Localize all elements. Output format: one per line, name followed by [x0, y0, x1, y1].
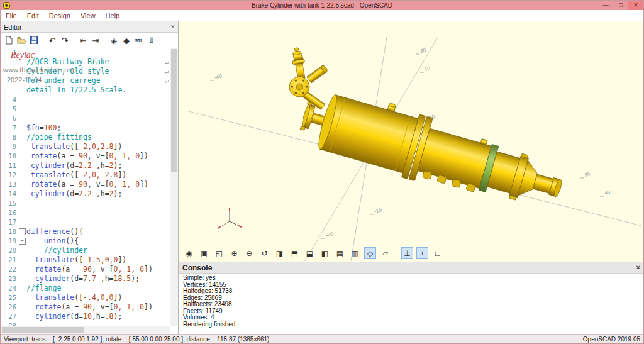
save-file-icon[interactable] — [28, 34, 40, 47]
fold-margin — [18, 67, 26, 76]
code-row[interactable]: 5 — [1, 104, 170, 114]
code-row[interactable]: detail In 1/22.5 Scale. — [1, 86, 170, 95]
code-text — [26, 218, 170, 227]
view-orthogonal-icon[interactable]: ▱ — [379, 247, 391, 259]
preview-icon[interactable]: ◈ — [108, 34, 120, 47]
show-axes-icon[interactable]: ⊥ — [401, 247, 413, 259]
editor-vertical-scrollbar[interactable] — [170, 48, 178, 326]
code-row[interactable]: 17 — [1, 218, 170, 227]
code-row[interactable]: 10 rotate(a = 90, v=[0, 1, 0]) — [1, 152, 170, 161]
minimize-button[interactable]: — — [598, 1, 613, 10]
scrollbar-thumb[interactable] — [2, 327, 84, 333]
maximize-button[interactable]: □ — [613, 1, 628, 10]
editor-panel: Editor × ↶↷⇤⇥◈◆STL⇓ 1//QCR Railway Brake… — [1, 21, 179, 334]
code-text — [26, 95, 170, 104]
render-icon[interactable]: ◆ — [120, 34, 133, 47]
code-row[interactable]: 6 — [1, 114, 170, 123]
model-pipe-fittings[interactable] — [289, 47, 328, 109]
new-file-icon[interactable] — [3, 34, 15, 47]
fold-margin — [18, 255, 26, 265]
console-line: Vertices: 14155 — [183, 282, 640, 289]
view-back-icon[interactable]: ▥ — [349, 247, 361, 259]
line-number: 1 — [1, 48, 18, 57]
code-row[interactable]: 22 rotate(a = 90, v=[0, 1, 0]) — [1, 265, 170, 274]
console-line: Rendering finished. — [183, 321, 640, 328]
scrollbar-thumb[interactable] — [171, 49, 177, 172]
console-line: Facets: 11749 — [183, 308, 640, 315]
code-row[interactable]: //QCR Railway Brake↵ — [1, 57, 170, 67]
code-row[interactable]: for under carrege↵ — [1, 76, 170, 86]
fold-margin — [18, 265, 26, 274]
code-row[interactable]: 21 translate([-1.5,0,0]) — [1, 255, 170, 265]
code-row[interactable]: 13 rotate(a = 90, v=[0, 1, 0]) — [1, 180, 170, 189]
code-area[interactable]: 1//QCR Railway Brake↵Cylinder, Old style… — [1, 48, 170, 326]
wrap-marker-icon: ↵ — [165, 57, 169, 67]
menu-item-edit[interactable]: Edit — [22, 12, 44, 19]
editor-close-icon[interactable]: × — [171, 22, 175, 31]
console-close-icon[interactable]: × — [636, 263, 640, 272]
title-bar[interactable]: Brake Cylinder with tank 1-22.5.scad - O… — [1, 1, 643, 10]
editor-horizontal-scrollbar[interactable] — [1, 326, 170, 334]
menu-item-view[interactable]: View — [75, 12, 101, 19]
zoom-in-icon[interactable]: ⊕ — [228, 247, 240, 259]
code-row[interactable]: Cylinder, Old style↵ — [1, 67, 170, 76]
show-scale-markers-icon[interactable]: ∟ — [431, 247, 443, 259]
code-row[interactable]: 12 translate([-2,0,-2.8]) — [1, 170, 170, 180]
code-row[interactable]: 11 cylinder(d=2.2 ,h=2); — [1, 161, 170, 170]
redo-icon[interactable]: ↷ — [58, 34, 71, 47]
svg-text:-40: -40 — [214, 73, 223, 80]
code-row[interactable]: 20 //cylinder — [1, 246, 170, 255]
view-right-icon[interactable]: ◨ — [274, 247, 286, 259]
reset-view-icon[interactable]: ↺ — [258, 247, 270, 259]
zoom-out-icon[interactable]: ⊖ — [243, 247, 255, 259]
view-preview-icon[interactable]: ◉ — [183, 247, 195, 259]
undo-icon[interactable]: ↶ — [46, 34, 58, 47]
fold-margin — [18, 208, 26, 218]
print-icon[interactable]: ⇓ — [145, 34, 158, 47]
code-row[interactable]: 24//flange — [1, 284, 170, 293]
line-number — [1, 57, 18, 67]
code-row[interactable]: 7$fn=100; — [1, 123, 170, 133]
zoom-all-icon[interactable]: ◱ — [213, 247, 225, 259]
fold-marker-icon[interactable]: − — [19, 228, 26, 235]
code-row[interactable]: 25 translate([-.4,0,0]) — [1, 293, 170, 302]
code-row[interactable]: 15 — [1, 199, 170, 208]
editor-panel-header: Editor × — [1, 21, 178, 33]
code-text — [26, 104, 170, 114]
view-top-icon[interactable]: ⬒ — [289, 247, 301, 259]
view-left-icon[interactable]: ◧ — [319, 247, 331, 259]
code-text — [26, 48, 170, 57]
code-row[interactable]: 8//pipe fittings — [1, 133, 170, 142]
code-row[interactable]: 9 translate([-2,0,2.8]) — [1, 142, 170, 152]
view-perspective-icon[interactable]: ◇ — [364, 247, 376, 259]
menu-item-help[interactable]: Help — [101, 12, 125, 19]
code-row[interactable]: 26 rotate(a = 90, v=[0, 1, 0]) — [1, 302, 170, 312]
code-text: //flange — [26, 284, 170, 293]
menu-item-file[interactable]: File — [1, 12, 22, 19]
open-file-icon[interactable] — [15, 34, 28, 47]
code-row[interactable]: 14 cylinder(d=2.2 ,h=2); — [1, 189, 170, 199]
code-row[interactable]: 1 — [1, 48, 170, 57]
fold-marker-icon[interactable]: − — [19, 238, 26, 245]
export-stl-icon[interactable]: STL — [133, 34, 145, 47]
view-bottom-icon[interactable]: ⬓ — [304, 247, 316, 259]
view-front-icon[interactable]: ▤ — [334, 247, 346, 259]
fold-margin — [18, 218, 26, 227]
fold-margin — [18, 104, 26, 114]
unindent-icon[interactable]: ⇤ — [77, 34, 89, 47]
code-row[interactable]: 16 — [1, 208, 170, 218]
code-row[interactable]: 18−difference(){ — [1, 227, 170, 236]
indent-icon[interactable]: ⇥ — [89, 34, 102, 47]
code-row[interactable]: 23 cylinder(d=7.7 ,h=18.5); — [1, 274, 170, 284]
close-button[interactable]: ✕ — [628, 1, 643, 10]
code-row[interactable]: 19− union(){ — [1, 236, 170, 246]
viewport-scene[interactable]: 2010-4010-10-203040 — [179, 21, 643, 262]
view-render-icon[interactable]: ▣ — [198, 247, 210, 259]
code-row[interactable]: 4 — [1, 95, 170, 104]
model-3d[interactable] — [295, 81, 570, 220]
3d-viewport[interactable]: 2010-4010-10-203040 — [179, 21, 643, 262]
code-row[interactable]: 27 cylinder(d=10,h=.8); — [1, 312, 170, 321]
menu-item-design[interactable]: Design — [44, 12, 75, 19]
fold-margin — [18, 199, 26, 208]
show-crosshairs-icon[interactable]: + — [416, 247, 428, 259]
